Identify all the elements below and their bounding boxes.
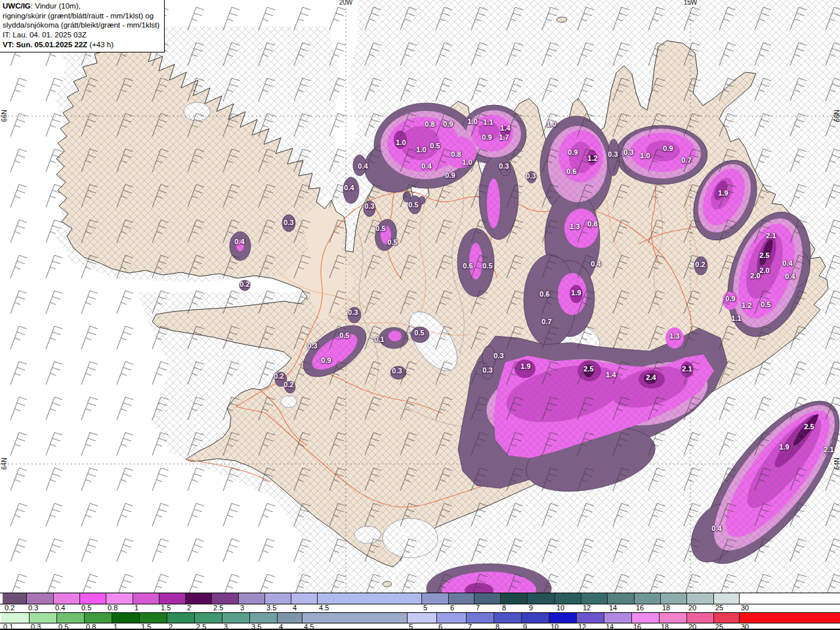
sleet-snow-colorbar [0,612,840,623]
colorbar-segment [56,613,85,623]
colorbar-tick-label: 12 [583,604,591,612]
init-time: IT: Lau. 04. 01. 2025 03Z [3,30,159,40]
colorbar-segment [106,593,133,604]
parallel-label-right: 66N [833,110,840,121]
legend-line-2: rigning/skúrir (grænt/blátt/rautt - mm/1… [3,11,159,21]
colorbar-segment [26,593,54,604]
colorbar-segment [713,613,740,623]
colorbar-segment [466,613,494,623]
iceland-precip-wind-map [0,0,840,594]
colorbar-tick-label: 16 [636,604,644,612]
colorbar-tick-label: 2 [187,604,191,612]
colorbar-tick-label: 30 [741,604,749,612]
colorbar-segment [159,593,186,604]
colorbar-segment [686,613,714,623]
colorbar-segment [222,613,250,623]
legend-line-1: UWC/IG: Vindur (10m), [3,1,159,11]
colorbar-segment [494,613,522,623]
colorbar-tick-label: 25 [715,604,723,612]
colorbar-segment [421,593,449,604]
colorbar-segment [686,593,714,604]
colorbar-tick-label: 0.8 [108,604,117,612]
colorbar-tick-label: 18 [662,604,670,612]
colorbar-segment [302,613,408,623]
colorbar-segment [139,613,167,623]
colorbar-tick-label: 3 [240,604,244,612]
colorbar-segment [291,593,318,604]
colorbar-tick-label: 20 [688,604,696,612]
colorbar-segment [277,613,303,623]
colorbar-segment [739,613,840,623]
parallel-label-left: 66N [1,110,8,121]
colorbar-tick-label: 8 [502,604,506,612]
colorbar-segment [3,593,26,604]
colorbar-segment [607,593,635,604]
colorbar-segment [448,593,474,604]
colorbar-segment [167,613,195,623]
colorbar-tick-label: 6 [450,604,454,612]
colorbar-segment [317,593,422,604]
colorbar-tick-label: 10 [556,604,564,612]
colorbar-segment [249,613,278,623]
colorbar-segment [133,593,159,604]
model-name: UWC/IG [3,2,31,10]
colorbar-segment [1,613,29,623]
colorbar-tick-label: 14 [609,604,617,612]
valid-time: VT: Sun. 05.01.2025 22Z (+43 h) [3,40,159,50]
colorbar-segment [29,613,57,623]
colorbar-tick-label: 1.5 [161,604,171,612]
colorbar-segment [555,593,581,604]
colorbar-tick-label: 7 [476,604,480,612]
colorbar-segment [211,593,239,604]
colorbar-segment [631,613,660,623]
colorbar-segment [407,613,437,623]
colorbar-segment [739,593,840,604]
colorbar-segment [604,613,632,623]
colorbar-segment [264,593,291,604]
colorbar-segment [576,613,604,623]
colorbar-segment [527,593,555,604]
colorbar-tick-label: 5 [423,604,427,612]
colorbar-tick-label: 4 [293,604,297,612]
rain-colorbar-labels: 0.20.30.40.50.811.522.533.544.5567891012… [0,604,840,612]
colorbar-tick-label: 0.2 [5,604,14,612]
colorbar-segment [500,593,528,604]
colorbar-tick-label: 1 [135,604,138,612]
colorbar-segment [634,593,661,604]
colorbar-segment [53,593,80,604]
colorbar-tick-label: 0.5 [81,604,91,612]
colorbar-tick-label: 2.5 [213,604,223,612]
colorbar-segment [713,593,740,604]
colorbar-segment [436,613,467,623]
colorbar-segment [474,593,501,604]
colorbar-segment [194,613,222,623]
colorbar-tick-label: 4.5 [319,604,329,612]
colorbar-segment [84,613,112,623]
colorbar-segment [112,613,140,623]
colorbar-tick-label: 9 [529,604,533,612]
colorbar-segment [659,613,687,623]
map-title-legend: UWC/IG: Vindur (10m), rigning/skúrir (gr… [0,0,165,52]
colorbar-segment [79,593,106,604]
parallel-label-right: 64N [833,457,840,469]
legend-line-3: slydda/snjókoma (grátt/bleikt/grænt - mm… [3,20,159,30]
colorbar-segment [238,593,265,604]
colorbar-tick-label: 3.5 [266,604,276,612]
colorbar-tick-label: 0.3 [28,604,38,612]
colorbar-segment [185,593,212,604]
meridian-label: 20W [339,0,353,6]
colorbar-segment [549,613,577,623]
weather-map-product: 0.80.91.01.11.40.91.71.01.01.00.50.80.41… [0,0,840,630]
colorbar-tick-label: 0.4 [55,604,65,612]
meridian-label: 15W [684,0,698,6]
colorbar-segment [521,613,549,623]
colorbar-segment [660,593,687,604]
parallel-label-left: 64N [1,457,8,469]
colorbar-segment [581,593,608,604]
rain-colorbar [0,593,840,604]
wind-barbs-layer [0,0,840,594]
